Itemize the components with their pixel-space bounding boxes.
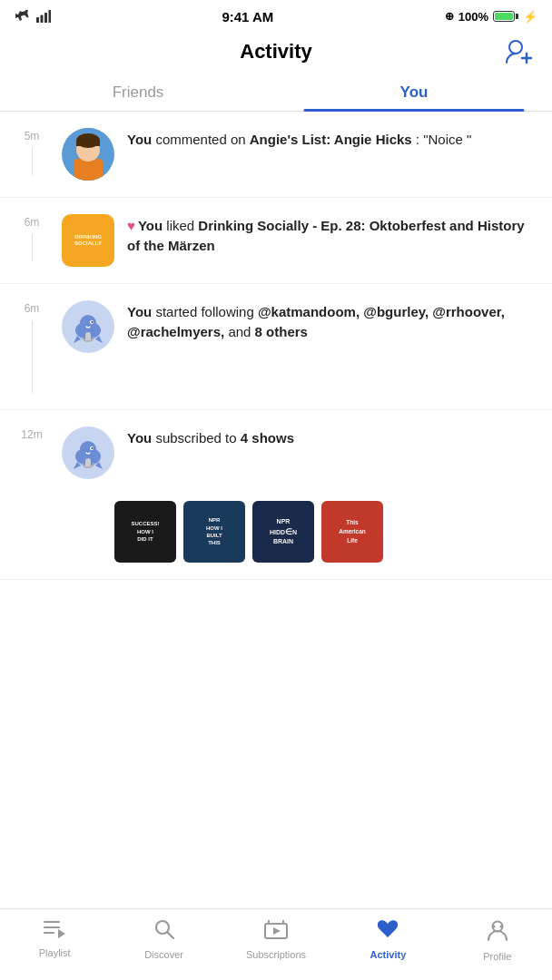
feed-item-like: 6m DRINKINGSOCIALLY ♥You liked Drinking …	[0, 198, 552, 284]
status-left	[15, 10, 51, 23]
show-thumbnails: SUCCESS!HOW IDID IT NPRHOW IBUILTTHIS NP…	[15, 501, 383, 563]
add-user-icon	[505, 39, 534, 64]
time-column-2: 6m	[15, 214, 49, 261]
time-label-2: 6m	[25, 216, 40, 229]
angie-avatar-image	[66, 128, 110, 181]
bottom-nav: Playlist Discover Subscriptions	[0, 908, 552, 980]
action-text: commented on	[155, 132, 249, 147]
show-thumb-thisamericanlife[interactable]: ThisAmericanLife	[321, 501, 383, 563]
svg-point-22	[92, 447, 94, 449]
you-label-3: You	[127, 304, 152, 319]
tab-friends[interactable]: Friends	[0, 74, 276, 111]
battery-icon	[493, 11, 518, 22]
status-right: ⊕ 100% ⚡	[445, 10, 537, 24]
svg-rect-3	[49, 10, 52, 23]
quote-text: : "Noice "	[416, 132, 472, 147]
page-title: Activity	[240, 40, 311, 64]
feed-text-like: ♥You liked Drinking Socially - Ep. 28: O…	[127, 214, 537, 256]
and-text: and	[228, 324, 254, 339]
battery-percent: 100%	[458, 10, 488, 24]
feed-text-subscribe: You subscribed to 4 shows	[127, 426, 537, 448]
svg-point-20	[80, 441, 96, 457]
show-thumb-hiddenbrain[interactable]: NPRHIDD∈NBRAIN	[252, 501, 314, 563]
profile-svg	[486, 918, 509, 942]
you-label-4: You	[127, 430, 152, 446]
nav-playlist[interactable]: Playlist	[27, 918, 82, 958]
svg-marker-27	[58, 929, 65, 938]
svg-rect-23	[85, 458, 91, 466]
page-header: Activity	[0, 33, 552, 71]
nav-subscriptions-label: Subscriptions	[246, 949, 306, 960]
heart-svg	[376, 918, 399, 940]
show-thumb-howibuildthis[interactable]: NPRHOW IBUILTTHIS	[183, 501, 245, 563]
tabs: Friends You	[0, 74, 552, 112]
nav-subscriptions[interactable]: Subscriptions	[246, 918, 306, 960]
nav-discover[interactable]: Discover	[137, 918, 192, 960]
svg-rect-17	[85, 332, 91, 340]
profile-icon	[486, 918, 509, 947]
svg-rect-1	[41, 15, 44, 24]
nav-profile[interactable]: Profile	[470, 918, 525, 962]
avatar-angie	[62, 128, 114, 181]
whale-icon	[68, 307, 108, 347]
add-user-button[interactable]	[505, 39, 534, 64]
discover-icon	[153, 918, 175, 946]
feed-item-comment: 5m You commented on Angie's List: Angie …	[0, 112, 552, 198]
shows-count: 4 shows	[241, 430, 294, 446]
time-label-3: 6m	[25, 302, 40, 315]
you-label: You	[127, 132, 152, 147]
feed-item-follow: 6m	[0, 284, 552, 410]
feed-text-comment: You commented on Angie's List: Angie Hic…	[127, 128, 537, 150]
activity-feed: 5m You commented on Angie's List: Angie …	[0, 112, 552, 580]
you-label-2: You	[138, 218, 163, 233]
svg-line-29	[167, 933, 173, 939]
nav-profile-label: Profile	[483, 951, 511, 962]
svg-point-14	[80, 315, 96, 331]
time-column-4: 12m	[15, 426, 49, 441]
entity-name: Angie's List: Angie Hicks	[250, 132, 412, 147]
follow-text: started following	[155, 304, 258, 319]
search-svg	[153, 918, 175, 940]
show-thumb-success[interactable]: SUCCESS!HOW IDID IT	[114, 501, 176, 563]
tab-you[interactable]: You	[276, 74, 552, 111]
svg-point-16	[92, 321, 94, 323]
activity-icon	[376, 918, 399, 946]
playlist-svg	[43, 918, 66, 938]
time-label-4: 12m	[21, 428, 42, 441]
nav-activity[interactable]: Activity	[360, 918, 415, 960]
svg-rect-11	[76, 141, 100, 146]
feed-text-follow: You started following @katmandoom, @bgur…	[127, 300, 537, 342]
subscriptions-svg	[264, 918, 288, 940]
location-icon: ⊕	[445, 10, 454, 23]
nav-playlist-label: Playlist	[39, 947, 71, 958]
svg-point-36	[499, 926, 502, 928]
svg-rect-8	[74, 159, 103, 181]
subscriptions-icon	[264, 918, 288, 946]
svg-marker-31	[273, 927, 281, 935]
time-column-3: 6m	[15, 300, 49, 393]
others-count: 8 others	[255, 324, 308, 339]
feed-item-subscribe: 12m You subscr	[0, 410, 552, 580]
podcast-label: DRINKINGSOCIALLY	[72, 231, 104, 250]
airplane-icon	[15, 10, 31, 23]
nav-discover-label: Discover	[144, 949, 183, 960]
time-column: 5m	[15, 128, 49, 175]
time-label: 5m	[25, 130, 40, 142]
signal-icon	[36, 10, 51, 23]
charging-icon: ⚡	[523, 10, 537, 24]
whale-icon-2	[68, 433, 108, 473]
playlist-icon	[43, 918, 66, 944]
avatar-whale-2	[62, 426, 114, 479]
liked-text: liked	[166, 218, 198, 233]
svg-point-4	[509, 41, 522, 54]
subscribed-text: subscribed to	[155, 430, 240, 446]
svg-point-35	[492, 926, 495, 928]
svg-rect-0	[36, 17, 39, 23]
nav-activity-label: Activity	[370, 949, 407, 960]
status-bar: 9:41 AM ⊕ 100% ⚡	[0, 0, 552, 33]
svg-rect-2	[44, 13, 47, 23]
heart-emoji: ♥	[127, 218, 135, 233]
status-time: 9:41 AM	[222, 9, 273, 24]
avatar-podcast: DRINKINGSOCIALLY	[62, 214, 114, 267]
avatar-whale-1	[62, 300, 114, 353]
